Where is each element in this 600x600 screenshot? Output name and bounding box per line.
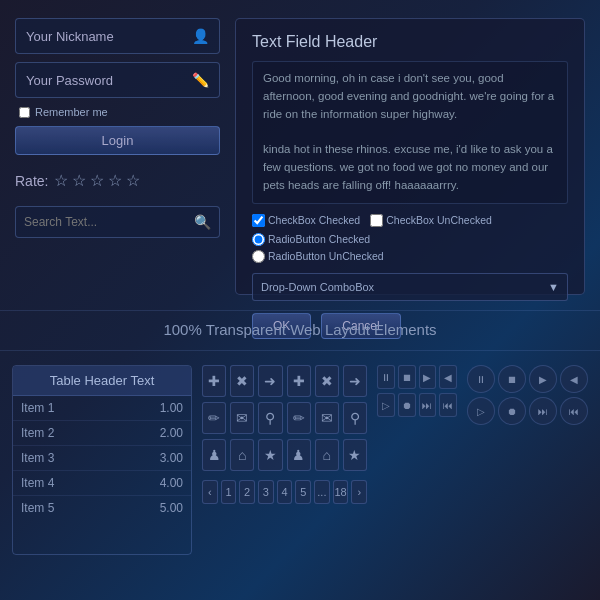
star-5[interactable]: ☆ (126, 172, 140, 189)
mail2-icon[interactable]: ✉ (315, 402, 339, 434)
record-circle-button[interactable]: ⏺ (498, 397, 526, 425)
home2-icon[interactable]: ⌂ (315, 439, 339, 471)
radio-unchecked[interactable] (252, 250, 265, 263)
search-icon: 🔍 (194, 214, 211, 230)
page-1-button[interactable]: 1 (221, 480, 237, 504)
radio-column: RadioButton Checked RadioButton UnChecke… (252, 233, 384, 263)
dropdown-label: Drop-Down ComboBox (261, 281, 374, 293)
item1-value: 1.00 (160, 401, 183, 415)
rate-row: Rate: ☆ ☆ ☆ ☆ ☆ (15, 171, 220, 190)
checkbox-unchecked-label: CheckBox UnChecked (386, 214, 492, 226)
item2-value: 2.00 (160, 426, 183, 440)
pagination-row: ‹ 1 2 3 4 5 ... 18 › (202, 480, 367, 504)
login-button[interactable]: Login (15, 126, 220, 155)
search-input[interactable] (24, 215, 194, 229)
star-1[interactable]: ☆ (54, 172, 68, 189)
rewind-circle-button[interactable]: ◀ (560, 365, 588, 393)
star-icon[interactable]: ★ (258, 439, 282, 471)
checkbox-unchecked[interactable] (370, 214, 383, 227)
pause-circle-button[interactable]: ⏸ (467, 365, 495, 393)
next-page-button[interactable]: › (351, 480, 367, 504)
search2-icon[interactable]: ⚲ (258, 402, 282, 434)
remember-label: Remember me (35, 106, 108, 118)
item3-value: 3.00 (160, 451, 183, 465)
add2-icon[interactable]: ✚ (287, 365, 311, 397)
icon-grid-panel: ✚ ✖ ➜ ✚ ✖ ➜ ✏ ✉ ⚲ ✏ ✉ ⚲ ♟ ⌂ ★ ♟ ⌂ ★ ‹ 1 … (202, 365, 367, 555)
table-row: Item 3 3.00 (13, 446, 191, 471)
edit-icon[interactable]: ✏ (202, 402, 226, 434)
rate-label: Rate: (15, 173, 48, 189)
top-section: Your Nickname 👤 Your Password ✏️ Remembe… (0, 0, 600, 310)
divider-text: 100% Transparent Web Layout Elements (163, 321, 436, 338)
checkbox-checked[interactable] (252, 214, 265, 227)
search3-icon[interactable]: ⚲ (343, 402, 367, 434)
home-icon[interactable]: ⌂ (230, 439, 254, 471)
play-button[interactable]: ▶ (419, 365, 437, 389)
dialog-body-text: Good morning, oh in case i don't see you… (263, 72, 554, 191)
star-4[interactable]: ☆ (108, 172, 122, 189)
page-4-button[interactable]: 4 (277, 480, 293, 504)
play2-circle-button[interactable]: ▷ (467, 397, 495, 425)
skip-next-circle-button[interactable]: ⏭ (529, 397, 557, 425)
rewind-button[interactable]: ◀ (439, 365, 457, 389)
page-ellipsis: ... (314, 480, 330, 504)
radio-checked[interactable] (252, 233, 265, 246)
nickname-placeholder: Your Nickname (26, 29, 114, 44)
star2-icon[interactable]: ★ (343, 439, 367, 471)
star-3[interactable]: ☆ (90, 172, 104, 189)
star-rating[interactable]: ☆ ☆ ☆ ☆ ☆ (54, 171, 140, 190)
arrow-right2-icon[interactable]: ➜ (343, 365, 367, 397)
skip-prev-button[interactable]: ⏮ (439, 393, 457, 417)
dropdown-combobox[interactable]: Drop-Down ComboBox ▼ (252, 273, 568, 301)
dialog-dropdown-row: Drop-Down ComboBox ▼ (252, 273, 568, 301)
media-row-circle-2: ▷ ⏺ ⏭ ⏮ (467, 397, 588, 425)
radio-unchecked-label: RadioButton UnChecked (268, 250, 384, 262)
radio-unchecked-item[interactable]: RadioButton UnChecked (252, 250, 384, 263)
table-header: Table Header Text (13, 366, 191, 396)
page-3-button[interactable]: 3 (258, 480, 274, 504)
table-row: Item 4 4.00 (13, 471, 191, 496)
skip-prev-circle-button[interactable]: ⏮ (560, 397, 588, 425)
page-2-button[interactable]: 2 (239, 480, 255, 504)
radio-checked-label: RadioButton Checked (268, 233, 370, 245)
password-field[interactable]: Your Password ✏️ (15, 62, 220, 98)
item2-label: Item 2 (21, 426, 54, 440)
search-row: 🔍 (15, 206, 220, 238)
radio-checked-item[interactable]: RadioButton Checked (252, 233, 384, 246)
skip-next-button[interactable]: ⏭ (419, 393, 437, 417)
item4-label: Item 4 (21, 476, 54, 490)
stop-circle-button[interactable]: ⏹ (498, 365, 526, 393)
play2-button[interactable]: ▷ (377, 393, 395, 417)
mail-icon[interactable]: ✉ (230, 402, 254, 434)
media-row-1: ⏸ ⏹ ▶ ◀ (377, 365, 457, 389)
prev-page-button[interactable]: ‹ (202, 480, 218, 504)
remember-row: Remember me (15, 106, 220, 118)
stop-button[interactable]: ⏹ (398, 365, 416, 389)
play-circle-button[interactable]: ▶ (529, 365, 557, 393)
checkbox-checked-item[interactable]: CheckBox Checked (252, 214, 360, 227)
dialog-title: Text Field Header (252, 33, 568, 51)
person2-icon[interactable]: ♟ (287, 439, 311, 471)
left-panel: Your Nickname 👤 Your Password ✏️ Remembe… (15, 18, 220, 295)
record-button[interactable]: ⏺ (398, 393, 416, 417)
star-2[interactable]: ☆ (72, 172, 86, 189)
checkbox-unchecked-item[interactable]: CheckBox UnChecked (370, 214, 492, 227)
password-placeholder: Your Password (26, 73, 113, 88)
pause-button[interactable]: ⏸ (377, 365, 395, 389)
item5-value: 5.00 (160, 501, 183, 515)
media-row-circle-1: ⏸ ⏹ ▶ ◀ (467, 365, 588, 393)
page-5-button[interactable]: 5 (295, 480, 311, 504)
nickname-field[interactable]: Your Nickname 👤 (15, 18, 220, 54)
item5-label: Item 5 (21, 501, 54, 515)
media-row-2: ▷ ⏺ ⏭ ⏮ (377, 393, 457, 417)
page-18-button[interactable]: 18 (333, 480, 349, 504)
close2-icon[interactable]: ✖ (315, 365, 339, 397)
edit2-icon[interactable]: ✏ (287, 402, 311, 434)
arrow-right-icon[interactable]: ➜ (258, 365, 282, 397)
person-icon[interactable]: ♟ (202, 439, 226, 471)
table-row: Item 1 1.00 (13, 396, 191, 421)
remember-checkbox[interactable] (19, 107, 30, 118)
add-icon[interactable]: ✚ (202, 365, 226, 397)
item3-label: Item 3 (21, 451, 54, 465)
close-icon[interactable]: ✖ (230, 365, 254, 397)
